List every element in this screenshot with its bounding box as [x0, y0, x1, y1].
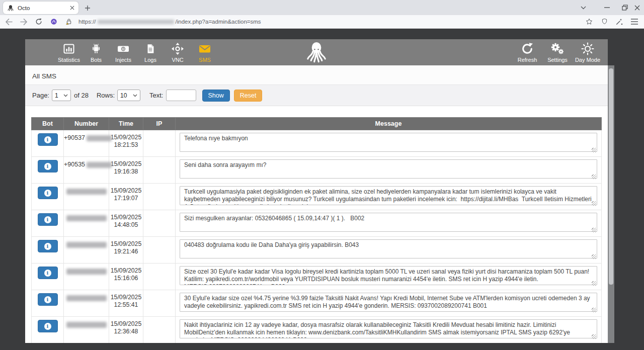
info-icon: [44, 163, 51, 170]
url-path: /index.php?a=admin&action=sms: [176, 19, 261, 25]
sms-time: 15:16:06: [109, 275, 143, 282]
bot-info-button[interactable]: [38, 293, 58, 306]
table-row: 15/09/2025 12:36:48 Nakit ihtiyaclariniz…: [32, 317, 602, 343]
redacted-number: [66, 269, 107, 275]
insecure-lock-icon[interactable]: [62, 16, 75, 27]
sms-message-textarea[interactable]: 30 Eylul'e kadar size ozel %4.75 yerine …: [180, 293, 597, 312]
sms-date: 15/09/2025: [109, 160, 143, 168]
shield-icon[interactable]: [598, 16, 611, 27]
page-total: of 28: [74, 92, 89, 99]
tab-close-icon[interactable]: [70, 6, 74, 10]
pagination-controls: Page: 1 of 28 Rows: 10 Text: Show Reset: [25, 85, 608, 106]
wand-icon[interactable]: [613, 16, 626, 27]
phone-number: +90537: [64, 134, 85, 141]
column-header-ip: IP: [143, 118, 176, 130]
window-close-button[interactable]: [627, 0, 644, 15]
sms-message-textarea[interactable]: Sizi mesgulken arayanlar: 05326046865 ( …: [180, 213, 597, 232]
sms-date: 15/09/2025: [109, 187, 143, 195]
sms-message-textarea[interactable]: Turkcell uygulamasiyla paket degisikligi…: [180, 186, 597, 205]
sms-panel: All SMS Page: 1 of 28 Rows: 10 Text: Sho…: [25, 65, 608, 343]
sms-table-body: +90537 15/09/2025 18:21:53 Telefona nıye…: [32, 130, 602, 343]
forward-icon[interactable]: [17, 16, 30, 27]
extension-icon[interactable]: [47, 16, 60, 27]
bot-info-button[interactable]: [38, 213, 58, 226]
table-row: 15/09/2025 15:16:06 Size ozel 30 Eylul'e…: [32, 264, 602, 290]
octopus-favicon-icon: [7, 5, 14, 12]
show-button[interactable]: Show: [202, 90, 230, 102]
day-mode-button[interactable]: Day Mode: [573, 42, 602, 63]
sms-message-textarea[interactable]: Nakit ihtiyaclariniz icin 12 ay vadeye k…: [180, 319, 597, 338]
settings-button[interactable]: Settings: [543, 42, 572, 63]
bot-info-button[interactable]: [38, 267, 58, 279]
gears-icon: [550, 42, 565, 56]
resize-grip-icon[interactable]: [592, 308, 596, 312]
tab-list-chevron-icon[interactable]: [577, 0, 590, 15]
new-tab-button[interactable]: [83, 3, 93, 13]
sms-date: 15/09/2025: [109, 267, 143, 275]
redacted-number: [87, 135, 112, 141]
resize-grip-icon[interactable]: [592, 148, 596, 152]
url-bar[interactable]: https:///index.php?a=admin&action=sms: [78, 17, 581, 27]
sms-message-textarea[interactable]: Size ozel 30 Eylul'e kadar kadar Visa lo…: [180, 266, 597, 285]
panel-scrollbar[interactable]: [608, 65, 614, 343]
sms-message-textarea[interactable]: 040483 doğrulama kodu ile Daha Daha'ya g…: [180, 239, 597, 258]
sms-date: 15/09/2025: [109, 214, 143, 221]
bookmark-star-icon[interactable]: [583, 16, 596, 27]
info-icon: [44, 243, 51, 250]
tab-title: Octo: [18, 5, 70, 11]
nav-item-sms[interactable]: SMS: [192, 42, 218, 63]
resize-grip-icon[interactable]: [592, 254, 596, 259]
sms-message-textarea[interactable]: Telefona nıye bakmıyon: [180, 133, 597, 152]
nav-item-logs[interactable]: Logs: [137, 42, 164, 63]
redacted-number: [87, 162, 112, 168]
menu-hamburger-icon[interactable]: [628, 16, 641, 27]
ip-cell: [143, 264, 176, 290]
bot-info-button[interactable]: [38, 160, 58, 172]
nav-item-bots[interactable]: Bots: [83, 42, 109, 63]
sms-time: 19:16:38: [109, 168, 143, 176]
redacted-number: [66, 322, 107, 328]
resize-grip-icon[interactable]: [592, 174, 596, 179]
nav-item-injects[interactable]: Injects: [110, 42, 136, 63]
resize-grip-icon[interactable]: [592, 228, 596, 232]
info-icon: [44, 190, 51, 197]
text-filter-input[interactable]: [166, 90, 196, 101]
bar-chart-icon: [63, 42, 75, 56]
rows-select[interactable]: 10: [117, 90, 140, 101]
bot-info-button[interactable]: [38, 133, 58, 146]
reset-button[interactable]: Reset: [234, 90, 263, 102]
table-row: +90535 15/09/2025 19:16:38 Seni daha son…: [32, 157, 602, 184]
redacted-number: [66, 295, 107, 301]
resize-grip-icon[interactable]: [592, 281, 596, 286]
resize-grip-icon[interactable]: [592, 334, 596, 339]
ip-cell: [143, 237, 176, 264]
window-minimize-button[interactable]: [597, 0, 617, 15]
info-icon: [44, 296, 51, 303]
page-select[interactable]: 1: [52, 90, 71, 101]
ip-cell: [143, 184, 176, 210]
sms-message-textarea[interactable]: Seni daha sonra arayayım mı?: [180, 159, 597, 179]
browser-tab[interactable]: Octo: [3, 2, 78, 14]
info-icon: [44, 270, 51, 277]
refresh-button[interactable]: Refresh: [513, 42, 542, 63]
ip-cell: [143, 157, 176, 184]
nav-item-statistics[interactable]: Statistics: [56, 42, 82, 63]
browser-tab-strip: Octo: [0, 0, 644, 15]
envelope-icon: [198, 42, 211, 56]
android-icon: [91, 42, 102, 56]
table-row: 15/09/2025 14:48:05 Sizi mesgulken araya…: [32, 210, 602, 237]
reload-icon[interactable]: [32, 16, 45, 27]
sms-time: 17:19:07: [109, 195, 143, 202]
chevron-down-icon: [63, 94, 68, 97]
scrollbar-thumb[interactable]: [609, 68, 613, 285]
sms-date: 15/09/2025: [109, 320, 143, 328]
bot-info-button[interactable]: [38, 187, 58, 199]
octopus-logo: [305, 41, 328, 66]
bot-info-button[interactable]: [38, 320, 58, 332]
nav-item-vnc[interactable]: VNC: [165, 42, 191, 63]
resize-grip-icon[interactable]: [592, 201, 596, 206]
bot-info-button[interactable]: [38, 240, 58, 252]
sms-time: 14:48:05: [109, 221, 143, 229]
back-icon[interactable]: [2, 16, 15, 27]
column-header-bot: Bot: [32, 118, 64, 130]
